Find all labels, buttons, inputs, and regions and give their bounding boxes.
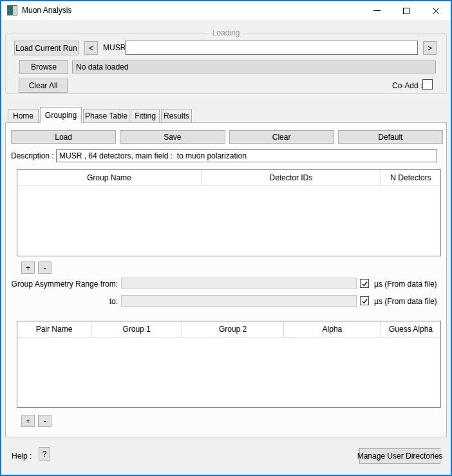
asymmetry-to-checkbox[interactable] bbox=[360, 296, 369, 305]
maximize-button[interactable] bbox=[391, 1, 421, 20]
close-icon bbox=[432, 7, 440, 15]
titlebar: Muon Analysis bbox=[1, 1, 451, 20]
group-table: Group Name Detector IDs N Detectors bbox=[17, 169, 441, 256]
grouping-actions-row: Load Save Clear Default bbox=[11, 130, 443, 144]
co-add-checkbox[interactable] bbox=[422, 79, 433, 90]
pair-table-header-group-1: Group 1 bbox=[91, 321, 182, 337]
next-run-button[interactable]: > bbox=[423, 41, 437, 55]
asymmetry-from-unit-label: µs (From data file) bbox=[374, 280, 437, 289]
manage-user-directories-button[interactable]: Manage User Directories bbox=[359, 448, 440, 464]
checkmark-icon bbox=[361, 280, 368, 287]
pair-table-header-alpha: Alpha bbox=[284, 321, 381, 337]
app-icon bbox=[7, 5, 17, 15]
co-add-label: Co-Add : bbox=[392, 81, 422, 90]
data-status-field: No data loaded bbox=[72, 61, 436, 73]
clear-all-button[interactable]: Clear All bbox=[19, 79, 68, 93]
group-table-header-n-detectors: N Detectors bbox=[381, 170, 440, 186]
pair-table-header-pair-name: Pair Name bbox=[17, 321, 91, 337]
tab-grouping[interactable]: Grouping bbox=[40, 107, 82, 123]
pair-table: Pair Name Group 1 Group 2 Alpha Guess Al… bbox=[17, 321, 441, 408]
description-input[interactable] bbox=[56, 149, 437, 162]
window-controls bbox=[362, 1, 451, 20]
tab-home[interactable]: Home bbox=[8, 109, 39, 123]
asymmetry-to-input bbox=[121, 295, 357, 307]
pair-add-button[interactable]: + bbox=[21, 415, 35, 427]
instrument-label: MUSR bbox=[103, 43, 126, 52]
group-table-header: Group Name Detector IDs N Detectors bbox=[17, 170, 440, 186]
run-number-input[interactable] bbox=[125, 41, 418, 55]
group-table-header-detector-ids: Detector IDs bbox=[202, 170, 381, 186]
group-table-header-group-name: Group Name bbox=[17, 170, 202, 186]
grouping-clear-button[interactable]: Clear bbox=[229, 130, 334, 144]
close-button[interactable] bbox=[421, 1, 451, 20]
muon-analysis-window: Muon Analysis Loading Load Current Run <… bbox=[0, 0, 452, 476]
loading-groupbox-title: Loading bbox=[209, 28, 243, 37]
description-label: Description : bbox=[11, 151, 54, 160]
asymmetry-from-label: Group Asymmetry Range from: bbox=[11, 280, 118, 289]
minimize-icon bbox=[373, 10, 381, 11]
asymmetry-to-unit-label: µs (From data file) bbox=[374, 297, 437, 306]
loading-groupbox: Loading Load Current Run < MUSR > Browse… bbox=[5, 33, 447, 94]
grouping-save-button[interactable]: Save bbox=[120, 130, 225, 144]
asymmetry-from-checkbox[interactable] bbox=[360, 279, 369, 288]
tab-phase-table[interactable]: Phase Table bbox=[83, 109, 129, 123]
browse-button[interactable]: Browse bbox=[19, 60, 68, 74]
checkmark-icon bbox=[361, 298, 368, 305]
grouping-load-button[interactable]: Load bbox=[11, 130, 116, 144]
pair-table-body[interactable] bbox=[17, 338, 440, 407]
previous-run-button[interactable]: < bbox=[84, 41, 98, 55]
pair-table-header-group-2: Group 2 bbox=[182, 321, 284, 337]
load-current-run-button[interactable]: Load Current Run bbox=[14, 41, 79, 55]
tab-fitting[interactable]: Fitting bbox=[131, 109, 160, 123]
maximize-icon bbox=[403, 8, 410, 14]
minimize-button[interactable] bbox=[362, 1, 391, 20]
pair-table-header-guess-alpha: Guess Alpha bbox=[381, 321, 440, 337]
tab-results[interactable]: Results bbox=[161, 109, 192, 123]
group-table-body[interactable] bbox=[17, 186, 440, 256]
help-label: Help : bbox=[12, 452, 32, 461]
help-button[interactable]: ? bbox=[39, 447, 50, 461]
group-add-button[interactable]: + bbox=[21, 262, 35, 274]
window-title: Muon Analysis bbox=[22, 1, 71, 20]
asymmetry-from-input bbox=[121, 278, 357, 289]
group-remove-button[interactable]: - bbox=[38, 262, 52, 274]
grouping-tab-page: Load Save Clear Default Description : Gr… bbox=[5, 122, 447, 437]
pair-table-header: Pair Name Group 1 Group 2 Alpha Guess Al… bbox=[17, 321, 440, 338]
pair-remove-button[interactable]: - bbox=[38, 415, 52, 427]
grouping-default-button[interactable]: Default bbox=[338, 130, 443, 144]
asymmetry-to-label: to: bbox=[11, 297, 118, 306]
